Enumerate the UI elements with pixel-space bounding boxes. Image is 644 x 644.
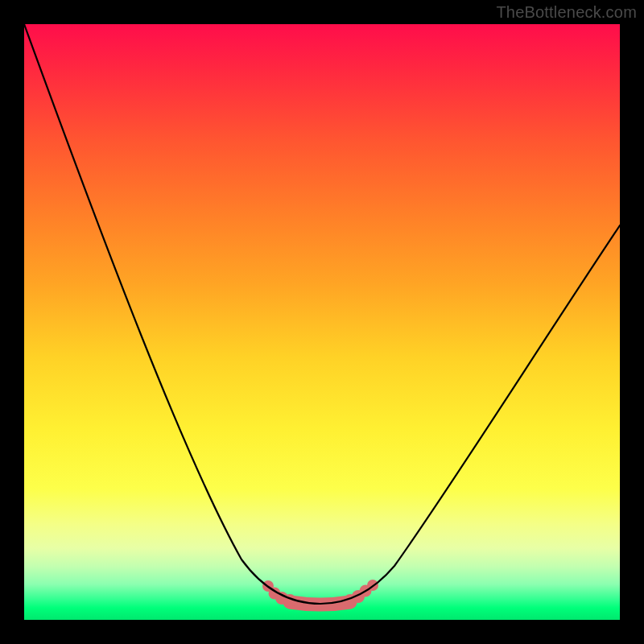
watermark: TheBottleneck.com <box>496 3 637 22</box>
black-v-curve <box>24 24 620 604</box>
plot-area <box>24 24 620 620</box>
curve-overlay <box>24 24 620 620</box>
